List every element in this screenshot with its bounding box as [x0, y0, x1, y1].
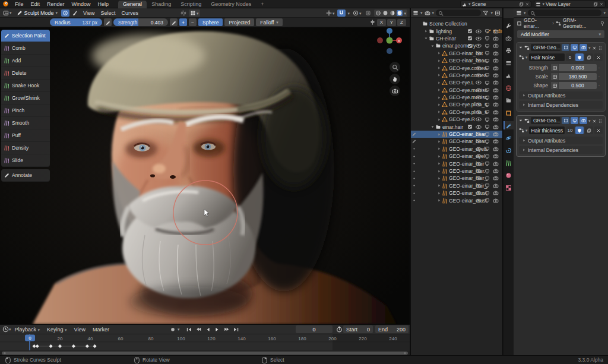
- expand-arrow-icon[interactable]: [436, 81, 442, 85]
- timeline-menu-playback[interactable]: Playback ▾: [11, 327, 44, 333]
- editor-type-button[interactable]: ▾: [2, 10, 13, 17]
- modifier-header[interactable]: GRM-Geo...▾: [517, 43, 605, 52]
- topbar-menu-window[interactable]: Window: [68, 1, 94, 7]
- viewport-menu-select[interactable]: Select: [97, 10, 118, 16]
- field-value-slider[interactable]: 0.500: [551, 82, 597, 89]
- outliner-row[interactable]: GEO-eye.cornea: [411, 72, 502, 79]
- realtime-toggle[interactable]: [571, 44, 578, 51]
- expand-arrow-icon[interactable]: [436, 73, 442, 77]
- animate-dot[interactable]: ·: [597, 65, 601, 71]
- close-icon[interactable]: [599, 1, 604, 7]
- users-count[interactable]: 10: [566, 126, 574, 134]
- blender-logo-icon[interactable]: [2, 1, 9, 7]
- properties-tab-collection[interactable]: [504, 96, 514, 105]
- tool-pinch[interactable]: Pinch: [1, 105, 50, 117]
- tool-snake-hook[interactable]: Snake Hook: [1, 80, 50, 92]
- properties-tab-material[interactable]: [504, 171, 514, 179]
- tool-puff[interactable]: Puff: [1, 129, 50, 142]
- chevron-down-icon[interactable]: ▾: [603, 11, 606, 15]
- input-attribute-toggle[interactable]: [551, 82, 559, 89]
- expand-arrow-icon[interactable]: [436, 154, 442, 159]
- expand-arrow-icon[interactable]: [430, 125, 435, 129]
- expand-arrow-icon[interactable]: [436, 191, 442, 195]
- tool-add[interactable]: Add: [1, 55, 50, 67]
- display-mode-icon[interactable]: [413, 10, 419, 16]
- new-scene-icon[interactable]: [519, 1, 524, 7]
- clock-icon[interactable]: [2, 326, 9, 333]
- outliner-row[interactable]: GEO-eye.plica_s: [411, 109, 502, 116]
- expand-arrow-icon[interactable]: [436, 96, 442, 100]
- camera-view-button[interactable]: [390, 86, 400, 96]
- expand-arrow-icon[interactable]: [436, 140, 442, 144]
- outliner-row[interactable]: CH-einar: [411, 35, 502, 42]
- radius-slider[interactable]: Radius 137 px: [50, 18, 102, 26]
- outliner-row[interactable]: GEO-eye.plica_s: [411, 101, 502, 108]
- outliner-row[interactable]: GEO-einar_hair_: [411, 182, 502, 189]
- navigation-gizmo[interactable]: X: [374, 25, 405, 57]
- workspace-tab[interactable]: Shading: [147, 1, 176, 8]
- play-reverse-button[interactable]: [204, 325, 213, 333]
- strength-slider[interactable]: Strength 0.403: [113, 18, 168, 26]
- new-view-layer-icon[interactable]: [593, 1, 598, 7]
- brush-toggle-button[interactable]: [71, 10, 79, 17]
- input-attribute-toggle[interactable]: [551, 64, 559, 71]
- node-group-name[interactable]: Hair thickness: [529, 126, 565, 134]
- modifier-extras-menu[interactable]: ▾: [588, 119, 591, 123]
- filter-image-icon[interactable]: [425, 10, 430, 16]
- field-value-slider[interactable]: 0.003: [551, 64, 597, 71]
- expand-arrow-icon[interactable]: [436, 88, 442, 92]
- outliner-row[interactable]: GEO-einar_must: [411, 189, 502, 197]
- subpanel-internal-dependencies[interactable]: Internal Dependencies: [519, 101, 603, 109]
- viewport-3d[interactable]: ▾ Sculpt Mode ▾ ViewSelectCurves ▾ ▾ ▾ ▾…: [0, 8, 410, 324]
- view-layer-selector[interactable]: ▾ View Layer: [534, 1, 606, 8]
- expand-arrow-icon[interactable]: [436, 103, 442, 107]
- render-toggle[interactable]: [580, 117, 587, 124]
- expand-arrow-icon[interactable]: [436, 118, 442, 122]
- new-copy-icon[interactable]: [585, 126, 593, 134]
- scene-selector[interactable]: ▾ Scene: [460, 1, 532, 8]
- pan-button[interactable]: [390, 74, 400, 84]
- animate-dot[interactable]: ·: [597, 83, 601, 88]
- sphere-button[interactable]: Sphere: [198, 18, 223, 26]
- outliner-row[interactable]: GEO-einar_hat: [411, 50, 502, 57]
- falloff-dropdown[interactable]: Falloff▾: [256, 18, 283, 26]
- tool-annotate[interactable]: Annotate: [1, 169, 50, 182]
- outliner-row[interactable]: einar.geometry: [411, 42, 502, 49]
- radius-pressure-button[interactable]: [104, 18, 112, 26]
- outliner-row[interactable]: einar.hair: [411, 123, 502, 130]
- viewport-menu-curves[interactable]: Curves: [118, 10, 141, 16]
- expand-arrow-icon[interactable]: [436, 59, 442, 63]
- timeline-ruler[interactable]: 204060801001201401601802002202400: [0, 334, 410, 356]
- next-keyframe-button[interactable]: [223, 325, 232, 333]
- overlays-toggle-button[interactable]: ▾: [189, 10, 200, 17]
- new-copy-icon[interactable]: [585, 53, 593, 61]
- proportional-edit-button[interactable]: ▾: [352, 10, 363, 17]
- properties-editor-icon[interactable]: [516, 10, 522, 16]
- topbar-menu-file[interactable]: File: [11, 1, 27, 7]
- symmetry-x-button[interactable]: X: [377, 19, 386, 26]
- users-count[interactable]: 6: [566, 53, 574, 61]
- topbar-menu-edit[interactable]: Edit: [27, 1, 44, 7]
- snapping-button[interactable]: [337, 10, 346, 17]
- expand-arrow-icon[interactable]: [436, 66, 442, 70]
- properties-tab-world[interactable]: [504, 84, 514, 92]
- outliner-row[interactable]: GEO-eye.L: [411, 79, 502, 86]
- tool-smooth[interactable]: Smooth: [1, 117, 50, 129]
- close-icon[interactable]: [592, 118, 597, 124]
- topbar-menu-render[interactable]: Render: [43, 1, 68, 7]
- outliner-row[interactable]: GEO-einar_hair.: [411, 167, 502, 175]
- filter-funnel-icon[interactable]: [483, 10, 489, 16]
- outliner-row[interactable]: lighting: [411, 27, 502, 34]
- tool-slide[interactable]: Slide: [1, 154, 50, 167]
- properties-tab-data[interactable]: [504, 159, 514, 167]
- properties-tab-output[interactable]: [504, 46, 514, 55]
- outliner-row[interactable]: GEO-einar_must: [411, 197, 502, 204]
- projected-button[interactable]: Projected: [224, 18, 254, 26]
- animate-dot[interactable]: ·: [597, 74, 601, 80]
- tool-comb[interactable]: Comb: [1, 42, 50, 55]
- unlink-icon[interactable]: [594, 126, 603, 134]
- properties-tab-constraints[interactable]: [504, 146, 514, 154]
- timeline-menu-marker[interactable]: Marker: [89, 327, 113, 333]
- outliner-search-input[interactable]: [436, 10, 481, 16]
- workspace-tab[interactable]: Geometry Nodes: [206, 1, 256, 8]
